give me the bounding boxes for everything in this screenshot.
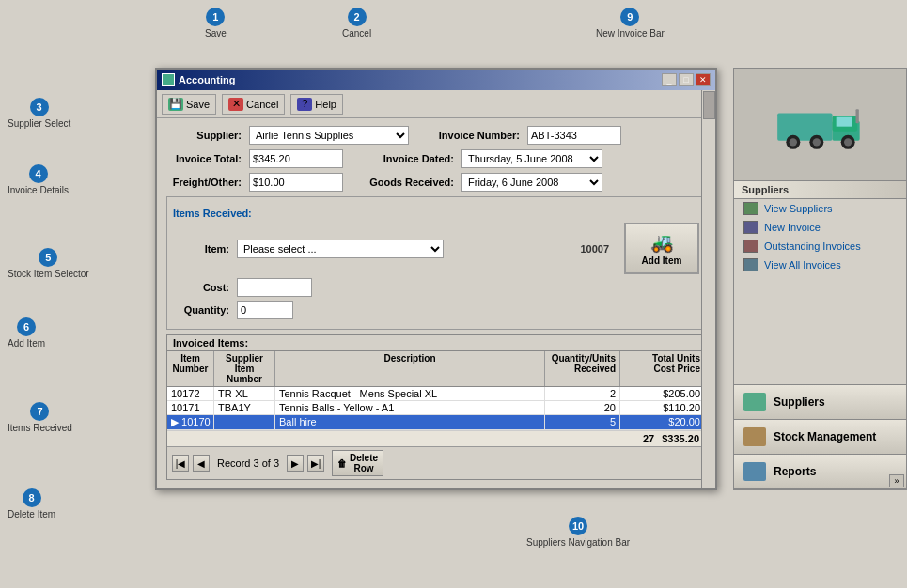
nav-prev-button[interactable]: ◀ [193, 455, 210, 472]
grid-totals: 27 $335.20 [167, 430, 705, 446]
cell-sup-item [214, 415, 275, 429]
cell-sup-item: TR-XL [214, 387, 275, 400]
cost-row: Cost: [173, 278, 699, 297]
table-row[interactable]: 10171 TBA1Y Tennis Balls - Yellow - A1 2… [167, 401, 705, 415]
nav-outstanding-invoices[interactable]: Outstanding Invoices [734, 237, 906, 255]
suppliers-section-header: Suppliers [734, 181, 906, 199]
cell-qty: 2 [545, 387, 620, 400]
maximize-button[interactable]: □ [679, 73, 694, 86]
help-button[interactable]: ? Help [290, 94, 343, 115]
cancel-button[interactable]: ✕ Cancel [222, 94, 285, 115]
view-suppliers-icon [743, 202, 758, 215]
record-nav-bar: |◀ ◀ Record 3 of 3 ▶ ▶| 🗑 DeleteRow [167, 446, 705, 479]
annotation-8: 8 Delete Item [8, 488, 55, 519]
reports-button[interactable]: Reports [734, 455, 906, 489]
suppliers-nav-button[interactable]: Suppliers [734, 385, 906, 420]
freight-label: Freight/Other: [166, 177, 242, 188]
cell-desc: Ball hire [275, 415, 545, 429]
outstanding-icon [743, 240, 758, 253]
col-header-sup-item: Supplier ItemNumber [214, 351, 275, 386]
cell-item-num: ▶ 10170 [167, 415, 214, 429]
cell-item-num: 10172 [167, 387, 214, 400]
cancel-icon: ✕ [228, 98, 243, 111]
quantity-label: Quantity: [173, 304, 229, 316]
truck-illustration [774, 92, 868, 158]
quantity-input[interactable] [237, 301, 293, 319]
goods-received-group: Goods Received: Friday, 6 June 2008 [369, 173, 602, 192]
supplier-combo-wrap: Airlie Tennis Supplies [249, 126, 409, 145]
vertical-scrollbar[interactable] [701, 90, 715, 488]
minimize-button[interactable]: _ [662, 73, 677, 86]
new-invoice-label: New Invoice [764, 222, 821, 233]
outstanding-label: Outstanding Invoices [764, 240, 861, 252]
invoice-total-label: Invoice Total: [166, 153, 242, 164]
svg-rect-3 [836, 116, 852, 126]
scrollbar-thumb[interactable] [703, 91, 715, 119]
invoice-dated-select[interactable]: Thursday, 5 June 2008 [461, 149, 602, 168]
col-header-desc: Description [275, 351, 545, 386]
supplier-select[interactable]: Airlie Tennis Supplies [249, 126, 409, 145]
invoice-number-label: Invoice Number: [435, 130, 520, 141]
annotation-1: 1 Save [205, 8, 227, 39]
table-row[interactable]: ▶ 10170 Ball hire 5 $20.00 [167, 415, 705, 430]
invoiced-items-section: Invoiced Items: ItemNumber Supplier Item… [166, 334, 706, 480]
invoice-dated-label: Invoice Dated: [369, 153, 454, 164]
truck-image-area [734, 69, 906, 181]
stock-big-label: Stock Management [774, 430, 876, 443]
freight-row: Freight/Other: Goods Received: Friday, 6… [166, 173, 706, 192]
dialog-toolbar: 💾 Save ✕ Cancel ? Help [157, 90, 715, 118]
view-all-label: View All Invoices [764, 259, 841, 271]
supplier-row: Supplier: Airlie Tennis Supplies Invoice… [166, 126, 706, 145]
forklift-icon: 🚜 [650, 231, 674, 254]
quantity-row: Quantity: [173, 301, 699, 319]
nav-first-button[interactable]: |◀ [172, 455, 189, 472]
table-row[interactable]: 10172 TR-XL Tennis Racquet - Mens Specia… [167, 387, 705, 401]
goods-received-label: Goods Received: [369, 177, 454, 188]
expand-button[interactable]: » [889, 474, 904, 487]
nav-next-button[interactable]: ▶ [287, 455, 304, 472]
main-wrapper: 1 Save 2 Cancel 9 New Invoice Bar 3 Supp… [0, 0, 907, 588]
add-item-button[interactable]: 🚜 Add Item [624, 223, 699, 274]
invoice-number-input[interactable] [527, 126, 621, 145]
svg-rect-0 [777, 113, 832, 140]
delete-row-button[interactable]: 🗑 DeleteRow [332, 450, 383, 476]
totals-qty: 27 [643, 433, 654, 444]
annotation-4: 4 Invoice Details [8, 164, 69, 195]
cell-total: $110.20 [620, 401, 705, 414]
save-button[interactable]: 💾 Save [162, 94, 216, 115]
totals-price: $335.20 [662, 433, 699, 444]
invoice-total-input[interactable] [249, 149, 343, 168]
save-icon: 💾 [168, 98, 183, 111]
accounting-dialog: Accounting _ □ ✕ 💾 Save ✕ Cancel ? Help [155, 68, 717, 490]
delete-row-label: DeleteRow [350, 453, 378, 473]
dialog-titlebar: Accounting _ □ ✕ [157, 70, 715, 90]
cell-qty: 20 [545, 401, 620, 414]
item-number-display: 10007 [580, 243, 609, 255]
goods-received-combo: Friday, 6 June 2008 [461, 173, 602, 192]
cell-qty: 5 [545, 415, 620, 429]
svg-rect-10 [855, 109, 858, 123]
col-header-qty: Quantity/UnitsReceived [545, 351, 620, 386]
cell-desc: Tennis Racquet - Mens Special XL [275, 387, 545, 400]
right-panel: Suppliers View Suppliers New Invoice Out… [733, 68, 907, 490]
item-select[interactable]: Please select ... [237, 240, 444, 258]
invoice-dated-combo: Thursday, 5 June 2008 [461, 149, 602, 168]
col-header-total: Total UnitsCost Price [620, 351, 705, 386]
save-label: Save [186, 99, 210, 110]
goods-received-select[interactable]: Friday, 6 June 2008 [461, 173, 602, 192]
svg-point-7 [812, 138, 820, 146]
freight-input[interactable] [249, 173, 343, 192]
stock-management-button[interactable]: Stock Management [734, 420, 906, 455]
nav-new-invoice[interactable]: New Invoice [734, 218, 906, 237]
nav-view-all-invoices[interactable]: View All Invoices [734, 255, 906, 274]
close-button[interactable]: ✕ [696, 73, 711, 86]
cancel-label: Cancel [246, 99, 278, 110]
dialog-title-icon [162, 73, 175, 86]
item-select-row: Item: Please select ... 10007 🚜 Add Item [173, 223, 699, 274]
cost-input[interactable] [237, 278, 312, 297]
annotation-5: 5 Stock Item Selector [8, 248, 89, 279]
nav-view-suppliers[interactable]: View Suppliers [734, 199, 906, 218]
nav-last-button[interactable]: ▶| [307, 455, 324, 472]
reports-big-icon [743, 462, 766, 481]
annotation-3: 3 Supplier Select [8, 98, 70, 129]
